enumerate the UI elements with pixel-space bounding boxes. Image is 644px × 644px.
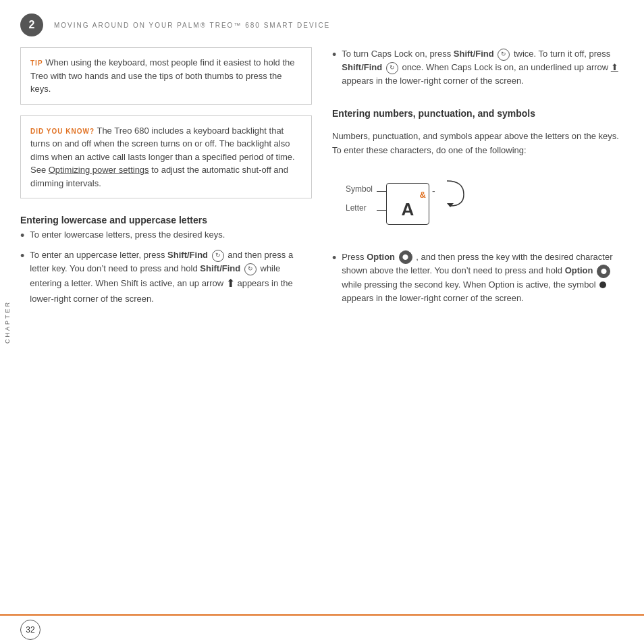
bullet-1-text: To enter lowercase letters, press the de… (30, 228, 225, 242)
option-bullet-list: • Press Option ⬤ , and then press the ke… (332, 250, 624, 312)
caps-shift-find-icon-1: ↻ (498, 49, 510, 61)
key-letter-char: A (390, 200, 426, 218)
bullet-dot-1: • (20, 230, 24, 242)
caps-shift-find-icon-2: ↻ (386, 62, 398, 74)
right-column: • To turn Caps Lock on, press Shift/Find… (332, 47, 624, 610)
shift-find-icon-2: ↻ (244, 263, 257, 275)
bullet-item-uppercase: • To enter an uppercase letter, press Sh… (20, 248, 312, 306)
page-footer: 32 (0, 614, 644, 644)
did-you-know-label: DID YOU KNOW? (30, 128, 95, 135)
symbol-label: Symbol (346, 184, 373, 194)
bullet-2-content: To enter an uppercase letter, press Shif… (30, 248, 312, 306)
option-bold-2: Option (565, 265, 593, 275)
chapter-number: 2 (29, 19, 35, 31)
up-arrow-left: ⬆ (226, 275, 235, 292)
numbers-section-heading: Entering numbers, punctuation, and symbo… (332, 108, 624, 119)
left-column: TIP When using the keyboard, most people… (20, 47, 312, 610)
lowercase-bullet-list: • To enter lowercase letters, press the … (20, 228, 312, 306)
caps-lock-content: To turn Caps Lock on, press Shift/Find ↻… (342, 47, 624, 88)
chapter-label: CHAPTER (4, 300, 11, 344)
did-you-know-box: DID YOU KNOW? The Treo 680 includes a ke… (20, 115, 312, 199)
svg-marker-0 (447, 203, 454, 207)
option-active-symbol (599, 281, 606, 288)
bullet-dot-caps: • (332, 49, 336, 88)
option-icon-1: ⬤ (399, 250, 412, 264)
header-title: MOVING AROUND ON YOUR PALM® TREO™ 680 SM… (54, 22, 330, 29)
tip-text: When using the keyboard, most people fin… (30, 57, 294, 94)
page-header: 2 MOVING AROUND ON YOUR PALM® TREO™ 680 … (20, 14, 624, 36)
bullet-item-capslock: • To turn Caps Lock on, press Shift/Find… (332, 47, 624, 88)
lowercase-section: Entering lowercase and uppercase letters… (20, 209, 312, 313)
option-icon-2: ⬤ (597, 265, 610, 278)
bullet-item-lowercase: • To enter lowercase letters, press the … (20, 228, 312, 242)
bullet-dot-option: • (332, 252, 336, 305)
bullet-item-option: • Press Option ⬤ , and then press the ke… (332, 250, 624, 305)
chapter-sidebar: CHAPTER (0, 0, 15, 644)
lowercase-section-heading: Entering lowercase and uppercase letters (20, 215, 312, 225)
bullet-dot-2: • (20, 250, 24, 306)
key-box: & A (386, 183, 429, 225)
numbers-intro: Numbers, punctuation, and symbols appear… (332, 130, 624, 157)
tip-box: TIP When using the keyboard, most people… (20, 47, 312, 105)
page-number-circle: 32 (20, 620, 41, 640)
content-area: TIP When using the keyboard, most people… (20, 47, 624, 610)
shift-find-bold-2: Shift/Find (200, 263, 240, 273)
tip-label: TIP (30, 59, 43, 67)
page-number: 32 (26, 625, 34, 635)
shift-find-bold-1: Shift/Find (167, 250, 208, 260)
option-bullet-content: Press Option ⬤ , and then press the key … (342, 250, 624, 305)
key-minus-char: - (432, 186, 471, 196)
option-bold-1: Option (367, 252, 395, 262)
caps-lock-list: • To turn Caps Lock on, press Shift/Find… (332, 47, 624, 95)
shift-find-icon-1: ↻ (212, 250, 224, 262)
underlined-up-arrow: ⬆ (611, 61, 618, 74)
key-diagram: Symbol Letter & A - (346, 178, 467, 232)
letter-label: Letter (346, 203, 367, 213)
caps-shift-find-bold-2: Shift/Find (342, 62, 382, 72)
optimizing-link[interactable]: Optimizing power settings (49, 165, 149, 175)
caps-shift-find-bold-1: Shift/Find (454, 49, 494, 59)
chapter-number-circle: 2 (20, 14, 43, 36)
